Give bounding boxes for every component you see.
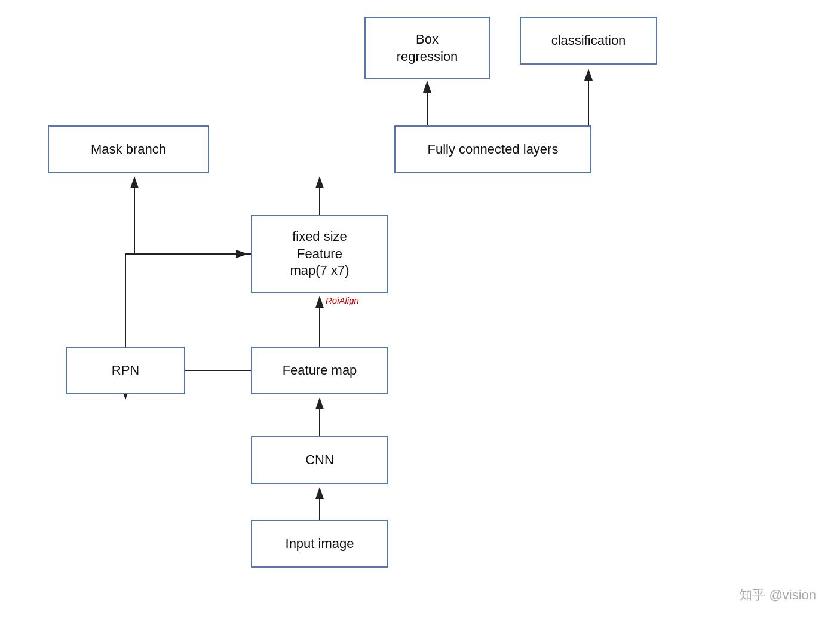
classification-box: classification xyxy=(520,17,657,65)
mask-branch-box: Mask branch xyxy=(48,125,209,173)
roialign-label: RoiAlign xyxy=(326,295,359,305)
diagram-svg xyxy=(0,0,840,622)
diagram-container: Input image CNN Feature map RPN fixed si… xyxy=(0,0,840,622)
input-image-box: Input image xyxy=(251,520,388,568)
watermark: 知乎 @vision xyxy=(739,586,816,604)
rpn-box: RPN xyxy=(66,347,185,394)
feature-map-box: Feature map xyxy=(251,347,388,394)
fixed-size-box: fixed size Feature map(7 x7) xyxy=(251,215,388,293)
box-regression-box: Box regression xyxy=(364,17,490,79)
fully-connected-box: Fully connected layers xyxy=(394,125,591,173)
cnn-box: CNN xyxy=(251,436,388,484)
